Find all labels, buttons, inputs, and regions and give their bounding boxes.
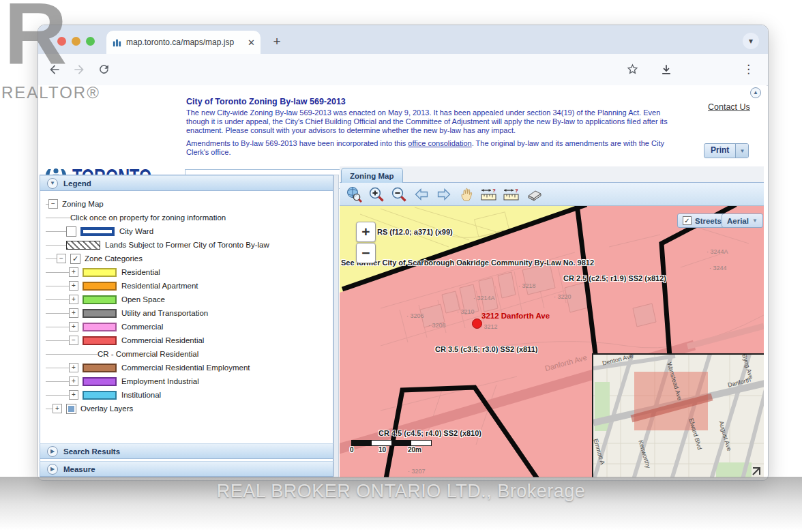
previous-extent-icon	[413, 186, 430, 203]
tree-toggle-zoning-map[interactable]: −	[48, 199, 58, 209]
tree-toggle-commercial-residential[interactable]: −	[69, 336, 78, 345]
overview-inset-map[interactable]: Denton AveWanstead AveByng AveDanforthAu…	[592, 353, 764, 477]
sidebar-map-splitter[interactable]	[333, 175, 339, 477]
tree-guide	[46, 368, 69, 368]
bookmark-star-icon[interactable]	[626, 63, 639, 76]
zone-label-cr45: CR 4.5 (c4.5; r4.0) SS2 (x810)	[378, 429, 481, 437]
tool-next-extent-button[interactable]	[435, 186, 453, 203]
tree-toggle-institutional[interactable]: +	[69, 390, 78, 400]
legend-tree-row: +Residential	[46, 265, 333, 279]
bylaw-header: City of Toronto Zoning By-law 569-2013 T…	[186, 97, 683, 157]
browser-toolbar: map.toronto.ca/maps/map.jsp?app=ZBL_CONS…	[38, 54, 768, 86]
aerial-label: Aerial	[727, 217, 749, 225]
legend-tree-row: City Ward	[46, 224, 333, 238]
print-dropdown-arrow-icon[interactable]: ▼	[735, 144, 748, 158]
tree-toggle-employment-industrial[interactable]: +	[69, 376, 78, 386]
search-results-expand-icon[interactable]: ▶	[47, 446, 58, 457]
print-label: Print	[704, 144, 735, 158]
swatch-city-ward	[80, 227, 115, 236]
measure-panel-header[interactable]: ▶ Measure	[40, 461, 333, 477]
office-consolidation-link[interactable]: office consolidation	[408, 139, 471, 147]
tab-search-chevron-icon[interactable]: ▾	[743, 33, 759, 49]
traffic-light-zoom[interactable]	[86, 37, 95, 46]
zoom-in-icon	[368, 186, 385, 203]
tree-toggle-zone-categories[interactable]: −	[57, 254, 66, 263]
swatch-commercial-residential	[83, 336, 117, 345]
measure-expand-icon[interactable]: ▶	[47, 464, 58, 475]
parcel-label-3244A: · 3244A	[707, 248, 728, 255]
brokerage-watermark-text: REAL BROKER ONTARIO LTD., Brokerage	[0, 481, 802, 502]
tool-pan-button[interactable]	[458, 186, 475, 203]
zoning-map-canvas[interactable]: RS (f12.0; a371) (x99) See former City o…	[340, 206, 764, 477]
pan-icon	[458, 186, 475, 203]
inset-map-graphics	[593, 355, 764, 477]
legend-tree-row: +Utility and Transportation	[46, 306, 333, 320]
tree-toggle-utility-and-transportation[interactable]: +	[69, 308, 78, 318]
tree-toggle-open-space[interactable]: +	[69, 295, 78, 304]
sidebar: ▼ Legend −Zoning MapClick once on proper…	[40, 175, 333, 477]
scale-tick-1: 10	[378, 446, 386, 454]
legend-label-zoning-map: Zoning Map	[62, 200, 104, 208]
legend-tree-row: +Open Space	[46, 293, 333, 306]
legend-label-utility-and-transportation: Utility and Transportation	[121, 309, 208, 317]
map-zoom-in-button[interactable]: +	[356, 222, 376, 242]
tool-clear-graphics-button[interactable]	[525, 186, 543, 203]
legend-tree-row: +Commercial Residential Employment	[46, 361, 333, 374]
tool-zoom-out-button[interactable]	[390, 186, 408, 203]
tree-toggle-residential-apartment[interactable]: +	[69, 281, 78, 291]
measure-distance-icon: ?	[480, 186, 498, 203]
print-button[interactable]: Print ▼	[704, 143, 749, 158]
tree-guide	[46, 258, 57, 259]
swatch-institutional	[83, 391, 117, 400]
checkbox-overlay-layers[interactable]	[66, 404, 76, 414]
clear-graphics-icon	[525, 186, 543, 203]
screenshot-stage: map.toronto.ca/maps/map.jsp ✕ + ▾ map.to…	[0, 0, 802, 532]
tree-guide	[46, 381, 69, 382]
tree-toggle-commercial[interactable]: +	[69, 322, 78, 331]
reload-button[interactable]	[98, 63, 110, 76]
search-results-title: Search Results	[63, 447, 120, 456]
tool-previous-extent-button[interactable]	[413, 186, 430, 203]
tab-close-icon[interactable]: ✕	[248, 38, 255, 48]
tree-toggle-overlay-layers[interactable]: +	[53, 404, 62, 413]
bylaw-paragraph-1: The new City-wide Zoning By-law 569-2013…	[186, 108, 683, 134]
download-icon[interactable]	[659, 63, 673, 76]
legend-panel-header[interactable]: ▼ Legend	[40, 175, 333, 191]
menu-kebab-icon[interactable]: ⋮	[743, 62, 754, 76]
forward-button[interactable]	[72, 63, 86, 76]
tree-toggle-commercial-residential-employment[interactable]: +	[69, 363, 78, 372]
streets-checkbox[interactable]: ✓	[683, 216, 692, 225]
legend-label-lands: Lands Subject to Former City of Toronto …	[105, 241, 269, 249]
parcel-label-3208: · 3208	[428, 322, 446, 329]
legend-collapse-icon[interactable]: ▼	[47, 178, 58, 189]
map-zoom-out-button[interactable]: −	[356, 243, 376, 263]
parcel-label-3220: · 3220	[554, 293, 571, 300]
checkbox-city-ward[interactable]	[66, 226, 76, 237]
tool-measure-area-button[interactable]: ?	[503, 186, 520, 203]
checkbox-zone-categories[interactable]: ✓	[70, 254, 80, 264]
scale-tick-2: 20m	[408, 446, 421, 454]
traffic-light-minimize[interactable]	[72, 37, 80, 46]
legend-tree: −Zoning MapClick once on property for zo…	[40, 192, 333, 415]
tree-guide	[46, 313, 69, 314]
tool-zoom-in-button[interactable]	[368, 186, 385, 203]
realtor-watermark-logo: R	[4, 0, 67, 78]
brokerage-watermark-band: REAL BROKER ONTARIO LTD., Brokerage	[0, 477, 802, 530]
parcel-label-3214A: · 3214A	[473, 295, 495, 301]
tool-zoom-full-extent-button[interactable]	[345, 186, 363, 203]
tool-measure-distance-button[interactable]: ?	[480, 186, 498, 203]
swatch-open-space	[83, 295, 117, 304]
search-results-panel-header[interactable]: ▶ Search Results	[40, 443, 333, 459]
browser-tab[interactable]: map.toronto.ca/maps/map.jsp ✕	[106, 31, 261, 54]
streets-toggle[interactable]: ✓ Streets	[677, 213, 727, 228]
tab-zoning-map[interactable]: Zoning Map	[341, 168, 403, 183]
map-toolbar: ??	[340, 183, 764, 206]
svg-text:?: ?	[492, 188, 496, 194]
tab-favicon-toronto-icon	[112, 38, 122, 48]
contact-us-link[interactable]: Contact Us	[708, 102, 750, 112]
swatch-utility-and-transportation	[83, 309, 117, 318]
new-tab-button[interactable]: +	[269, 33, 285, 50]
aerial-dropdown[interactable]: Aerial ▼	[722, 213, 763, 228]
collapse-header-button[interactable]: ▲	[750, 87, 761, 98]
tree-toggle-residential[interactable]: +	[69, 267, 78, 277]
